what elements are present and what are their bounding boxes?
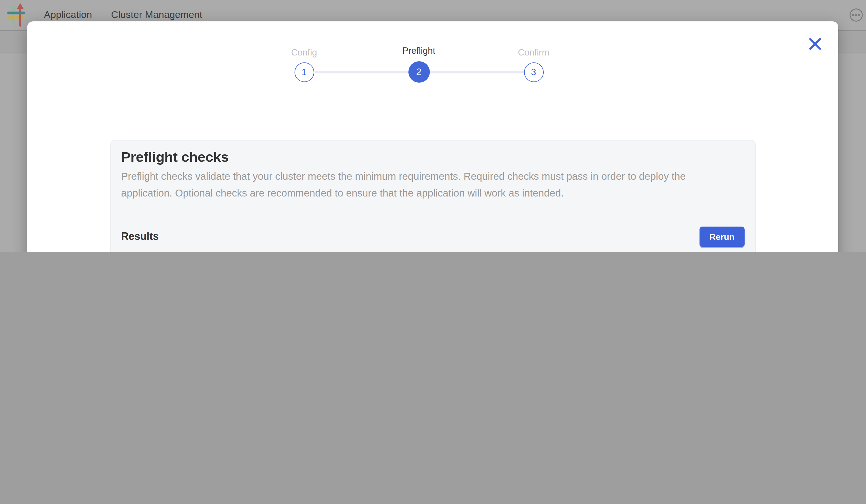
step-label-confirm: Confirm	[518, 47, 549, 57]
nav-item-cluster-management[interactable]: Cluster Management	[111, 9, 202, 21]
overflow-menu-button[interactable]	[849, 8, 863, 22]
step-confirm: 3 Confirm	[524, 62, 543, 82]
step-config: 1 Config	[294, 62, 314, 82]
close-x-icon	[808, 36, 823, 52]
modal-close-button[interactable]	[808, 36, 823, 52]
rerun-button[interactable]: Rerun	[700, 226, 744, 247]
step-number: 2	[416, 66, 421, 77]
stepper-connector	[430, 71, 524, 73]
panel-title: Preflight checks	[121, 149, 744, 165]
step-number: 1	[301, 67, 307, 77]
step-label-config: Config	[291, 47, 317, 57]
screen: Application Cluster Management v1.125.2 …	[0, 0, 866, 252]
step-preflight: 2 Preflight	[408, 61, 430, 83]
nav-item-application[interactable]: Application	[44, 9, 92, 21]
step-label-preflight: Preflight	[402, 46, 435, 56]
preflight-modal: 1 Config 2 Preflight 3 Confirm Preflight…	[27, 21, 838, 252]
preflight-panel: Preflight checks Preflight checks valida…	[110, 140, 755, 252]
panel-description: Preflight checks validate that your clus…	[121, 168, 705, 202]
app-logo-arrows-icon	[7, 3, 26, 27]
ellipsis-menu-icon	[849, 8, 863, 22]
results-header-row: Results Rerun	[121, 226, 744, 247]
stepper-connector	[314, 71, 408, 73]
results-title: Results	[121, 231, 159, 243]
step-number: 3	[531, 67, 536, 77]
wizard-stepper: 1 Config 2 Preflight 3 Confirm	[294, 61, 543, 83]
